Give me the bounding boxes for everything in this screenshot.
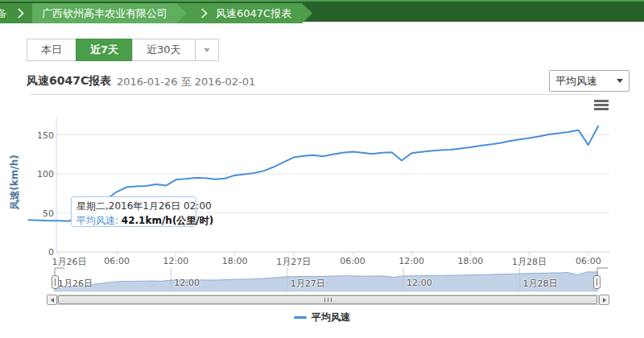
breadcrumb-item-report[interactable]: 风速6047C报表 — [176, 3, 312, 23]
navigator-tick-label: 1月28日 — [522, 278, 557, 290]
scrollbar-grip-icon — [324, 298, 332, 302]
x-axis-tick-label: 1月28日 — [512, 256, 547, 268]
navigator-tick-label: 12:00 — [174, 278, 200, 288]
x-axis-tick-label: 06:00 — [104, 256, 130, 266]
chevron-right-icon — [197, 8, 208, 19]
scrollbar-left-button[interactable] — [47, 295, 57, 305]
y-axis-tick-label: 0 — [30, 247, 54, 258]
breadcrumb-item-company[interactable]: 广西钦州高丰农业有限公司 — [32, 3, 187, 23]
x-axis-tick-label: 18:00 — [222, 256, 248, 266]
arrow-right-icon — [603, 298, 606, 303]
y-axis-tick-label: 150 — [30, 130, 54, 141]
breadcrumb-item-truncated[interactable]: 备 — [0, 3, 32, 23]
scrollbar-thumb[interactable] — [58, 295, 597, 304]
chevron-right-icon — [14, 8, 24, 19]
scrollbar-right-button[interactable] — [599, 295, 609, 305]
x-axis-tick-label: 12:00 — [163, 256, 189, 266]
navigator-tick-label: 1月27日 — [291, 278, 325, 290]
y-axis-tick-label: 100 — [30, 169, 54, 179]
navigator-tick-label: 1月26日 — [58, 278, 93, 290]
x-axis-tick-label: 1月26日 — [52, 256, 87, 268]
x-axis-tick-label: 1月27日 — [276, 256, 311, 268]
tooltip-datetime: 星期二,2016年1月26日 02:00 — [76, 200, 191, 213]
report-label: 风速6047C报表 — [213, 6, 295, 21]
breadcrumb: 备 广西钦州高丰农业有限公司 风速6047C报表 — [0, 3, 312, 23]
tooltip-value: 42.1km/h(公里/时) — [122, 215, 213, 226]
x-axis-tick-label: 06:00 — [340, 256, 365, 266]
truncated-label: 备 — [0, 6, 7, 21]
legend-item-avg-wind[interactable]: 平均风速 — [0, 311, 644, 324]
legend-label: 平均风速 — [312, 311, 350, 324]
legend-line-icon — [294, 316, 307, 319]
wind-speed-report-page: 备 广西钦州高丰农业有限公司 风速6047C报表 本日 近7天 近30天 风速6… — [0, 0, 644, 338]
arrow-left-icon — [51, 298, 54, 303]
x-axis-tick-label: 06:00 — [576, 256, 601, 266]
y-axis-tick-label: 50 — [30, 208, 54, 219]
tooltip-series-row: 平均风速: 42.1km/h(公里/时) — [76, 214, 191, 228]
navigator-right-handle[interactable] — [593, 275, 601, 289]
chart-tooltip: 星期二,2016年1月26日 02:00 平均风速: 42.1km/h(公里/时… — [71, 196, 196, 227]
navigator-left-handle[interactable] — [52, 275, 59, 289]
x-axis-tick-label: 18:00 — [458, 256, 484, 266]
tooltip-series-label: 平均风速 — [76, 215, 115, 226]
navigator-tick-label: 12:00 — [407, 278, 432, 288]
company-label: 广西钦州高丰农业有限公司 — [39, 6, 171, 21]
x-axis-tick-label: 12:00 — [398, 256, 424, 266]
